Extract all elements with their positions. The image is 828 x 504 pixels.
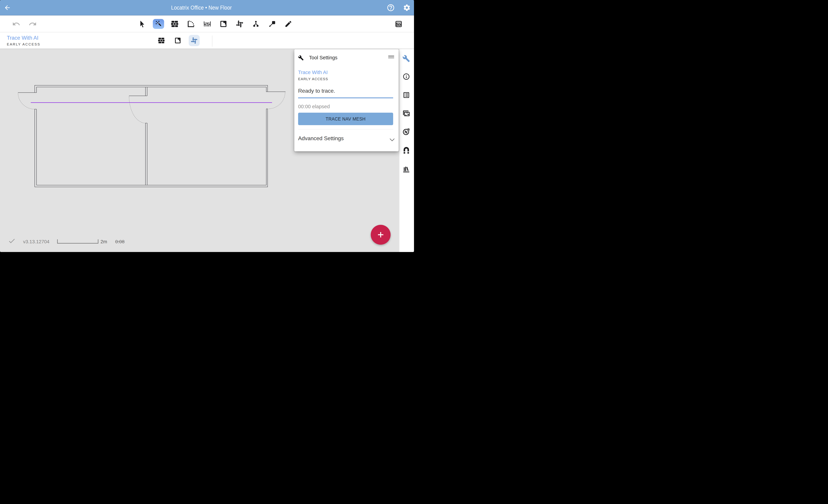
tool-pin-label[interactable] bbox=[266, 16, 278, 32]
help-button[interactable] bbox=[387, 4, 395, 12]
wrench-icon bbox=[402, 55, 410, 62]
app-header: Locatrix Office • New Floor bbox=[0, 0, 414, 15]
sidebar-library[interactable] bbox=[399, 165, 414, 173]
mode-strip bbox=[156, 32, 200, 49]
nav-mesh-icon bbox=[236, 20, 244, 28]
active-tool-label: Trace With AI EARLY ACCESS bbox=[7, 35, 40, 46]
tool-walls[interactable] bbox=[169, 16, 180, 32]
tool-select[interactable] bbox=[136, 16, 148, 32]
panel-header: Tool Settings bbox=[298, 54, 395, 62]
tool-furniture[interactable] bbox=[201, 16, 213, 32]
mode-nav-mesh[interactable] bbox=[189, 32, 200, 49]
tool-nav-mesh[interactable] bbox=[234, 16, 245, 32]
panel-title: Tool Settings bbox=[309, 55, 337, 60]
sidebar-snap[interactable] bbox=[399, 146, 414, 154]
elapsed-label: 00:00 elapsed bbox=[298, 103, 330, 110]
drag-handle-line bbox=[388, 57, 394, 58]
pencil-icon bbox=[284, 20, 292, 28]
version-label: v3.13.12704 bbox=[23, 239, 49, 245]
undo-button[interactable] bbox=[10, 16, 22, 32]
chevron-down-icon[interactable] bbox=[389, 138, 395, 142]
drag-handle-line bbox=[388, 56, 394, 56]
tool-page[interactable] bbox=[218, 16, 229, 32]
page-title: Locatrix Office • New Floor bbox=[26, 0, 377, 15]
plus-icon bbox=[376, 230, 385, 239]
tool-trace-with-ai[interactable] bbox=[153, 16, 164, 32]
panel-tool-badge: EARLY ACCESS bbox=[298, 77, 328, 81]
magic-wand-icon bbox=[155, 20, 162, 28]
help-icon bbox=[387, 4, 395, 12]
preview-eye-icon bbox=[395, 21, 402, 27]
timer-label: 0:08 bbox=[115, 239, 125, 245]
mode-page[interactable] bbox=[172, 32, 183, 49]
table-chairs-icon bbox=[203, 20, 211, 28]
scale-bar bbox=[57, 239, 99, 244]
page-corner-icon bbox=[174, 37, 181, 44]
workspace: v3.13.12704 2m 0:08 bbox=[0, 49, 414, 252]
wrench-icon bbox=[298, 55, 304, 61]
redo-button[interactable] bbox=[27, 16, 38, 32]
redo-icon bbox=[29, 20, 37, 28]
north-compass-icon bbox=[402, 128, 410, 135]
gear-icon bbox=[403, 4, 411, 12]
list-alt-icon bbox=[403, 91, 410, 99]
chevron-down-glyph bbox=[389, 138, 395, 142]
tool-draw[interactable] bbox=[283, 16, 294, 32]
active-tool-name: Trace With AI bbox=[7, 35, 40, 41]
arrow-back-icon bbox=[4, 4, 11, 11]
check-icon bbox=[8, 237, 16, 245]
wall-bricks-icon bbox=[171, 20, 178, 27]
active-tool-badge: EARLY ACCESS bbox=[7, 42, 40, 46]
mode-walls[interactable] bbox=[156, 32, 167, 49]
settings-button[interactable] bbox=[403, 4, 411, 12]
preview-button[interactable] bbox=[393, 16, 405, 32]
trace-nav-mesh-label: TRACE NAV MESH bbox=[326, 116, 366, 122]
scale-label: 2m bbox=[100, 239, 107, 245]
toolbar-divider bbox=[212, 36, 212, 47]
trace-progress-bar bbox=[298, 97, 393, 98]
page-corner-icon bbox=[219, 20, 227, 28]
tool-strip bbox=[136, 16, 294, 32]
trace-nav-mesh-button[interactable]: TRACE NAV MESH bbox=[298, 113, 393, 125]
trace-status-text: Ready to trace. bbox=[298, 88, 335, 94]
pin-label-icon bbox=[268, 20, 276, 28]
cursor-icon bbox=[139, 20, 146, 28]
drag-handle[interactable] bbox=[388, 56, 394, 59]
tool-settings-panel: Tool Settings Trace With AI EARLY ACCESS… bbox=[294, 49, 399, 151]
tool-arc[interactable] bbox=[185, 16, 197, 32]
sidebar-plans[interactable] bbox=[399, 109, 414, 118]
panel-tool-name: Trace With AI bbox=[298, 70, 328, 75]
info-icon bbox=[403, 73, 410, 80]
add-button[interactable] bbox=[371, 225, 390, 245]
main-toolbar bbox=[0, 16, 414, 32]
back-button[interactable] bbox=[4, 4, 11, 11]
tool-network[interactable] bbox=[250, 16, 262, 32]
undo-icon bbox=[12, 20, 20, 28]
wall-bricks-icon bbox=[158, 37, 165, 44]
network-nodes-icon bbox=[252, 20, 260, 28]
sidebar-north[interactable] bbox=[399, 128, 414, 136]
sidebar-tool-settings[interactable] bbox=[399, 54, 414, 62]
sidebar-list[interactable] bbox=[399, 91, 414, 99]
advanced-settings-label[interactable]: Advanced Settings bbox=[298, 135, 344, 141]
sub-toolbar: Trace With AI EARLY ACCESS bbox=[0, 32, 414, 49]
right-sidebar bbox=[399, 49, 414, 252]
library-books-icon bbox=[402, 165, 410, 173]
app-screen: Locatrix Office • New Floor bbox=[0, 0, 414, 252]
arc-corner-icon bbox=[187, 20, 195, 28]
plans-layers-icon bbox=[402, 110, 410, 117]
nav-mesh-icon bbox=[191, 37, 198, 44]
magnet-icon bbox=[403, 146, 410, 154]
sidebar-info[interactable] bbox=[399, 73, 414, 81]
sync-status bbox=[8, 237, 16, 245]
